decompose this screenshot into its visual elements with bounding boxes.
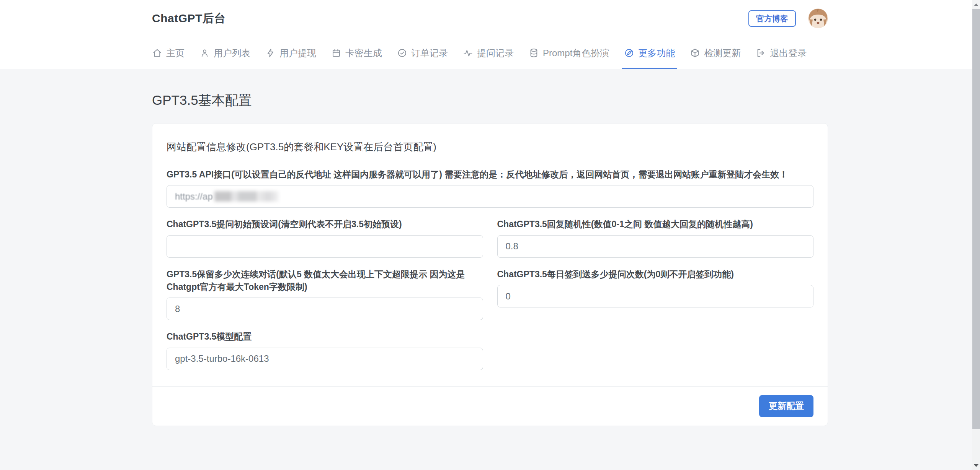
randomness-input[interactable] [497,235,814,258]
nav-item-withdraw[interactable]: 用户提现 [265,37,316,69]
database-icon [529,48,539,58]
context-rounds-input[interactable] [167,298,483,320]
api-endpoint-label: GPT3.5 API接口(可以设置自己的反代地址 这样国内服务器就可以用了) 需… [167,168,813,181]
nav-item-questions[interactable]: 提问记录 [463,37,514,69]
nav-item-home[interactable]: 主页 [152,37,185,69]
app-title: ChatGPT后台 [152,11,226,26]
redacted-url-segment [214,191,279,202]
topbar: ChatGPT后台 官方博客 [0,0,980,37]
activity-icon [463,48,473,58]
daily-signin-input[interactable] [497,285,814,307]
field-daily-signin: ChatGPT3.5每日签到送多少提问次数(为0则不开启签到功能) [497,268,814,307]
check-circle-icon [397,48,407,58]
logout-icon [756,48,766,58]
user-avatar[interactable] [808,8,828,28]
vertical-scrollbar[interactable] [972,0,980,470]
nav-item-user-list[interactable]: 用户列表 [199,37,250,69]
model-label: ChatGPT3.5模型配置 [167,330,483,343]
calendar-icon [331,48,341,58]
randomness-label: ChatGPT3.5回复随机性(数值0-1之间 数值越大回复的随机性越高) [497,218,814,231]
scrollbar-down-arrow[interactable] [972,461,980,470]
context-rounds-label: GPT3.5保留多少次连续对话(默认5 数值太大会出现上下文超限提示 因为这是C… [167,268,483,294]
home-icon [152,48,162,58]
avatar-image [808,8,828,28]
field-initial-preset: ChatGPT3.5提问初始预设词(清空则代表不开启3.5初始预设) [167,218,483,257]
quill-circle-icon [624,48,634,58]
cube-icon [690,48,700,58]
nav-item-logout[interactable]: 退出登录 [756,37,807,69]
scrollbar-thumb[interactable] [972,9,980,429]
official-blog-button[interactable]: 官方博客 [748,10,796,27]
nav-item-card-keys[interactable]: 卡密生成 [331,37,382,69]
nav-item-prompt-roleplay[interactable]: Prompt角色扮演 [529,37,609,69]
field-context-rounds: GPT3.5保留多少次连续对话(默认5 数值太大会出现上下文超限提示 因为这是C… [167,268,483,320]
initial-preset-input[interactable] [167,235,483,258]
nav-item-check-update[interactable]: 检测更新 [690,37,741,69]
card-heading: 网站配置信息修改(GPT3.5的套餐和KEY设置在后台首页配置) [167,140,813,154]
model-input[interactable] [167,348,483,370]
update-config-button[interactable]: 更新配置 [759,395,813,417]
initial-preset-label: ChatGPT3.5提问初始预设词(清空则代表不开启3.5初始预设) [167,218,483,231]
main-content: GPT3.5基本配置 网站配置信息修改(GPT3.5的套餐和KEY设置在后台首页… [152,91,828,426]
field-randomness: ChatGPT3.5回复随机性(数值0-1之间 数值越大回复的随机性越高) [497,218,814,257]
nav-item-more-features[interactable]: 更多功能 [624,37,675,69]
main-nav: 主页 用户列表 用户提现 卡密生成 订单记录 [0,37,980,69]
field-model: ChatGPT3.5模型配置 [167,330,483,370]
nav-item-orders[interactable]: 订单记录 [397,37,448,69]
field-api-endpoint: GPT3.5 API接口(可以设置自己的反代地址 这样国内服务器就可以用了) 需… [167,168,813,208]
daily-signin-label: ChatGPT3.5每日签到送多少提问次数(为0则不开启签到功能) [497,268,814,281]
api-endpoint-value: https://ap [175,191,213,202]
lightning-icon [265,48,276,58]
card-footer: 更新配置 [152,386,828,426]
api-endpoint-input[interactable]: https://ap [167,185,813,208]
scrollbar-up-arrow[interactable] [972,0,980,9]
user-icon [199,48,210,58]
page-title: GPT3.5基本配置 [152,91,828,109]
config-card: 网站配置信息修改(GPT3.5的套餐和KEY设置在后台首页配置) GPT3.5 … [152,123,828,426]
